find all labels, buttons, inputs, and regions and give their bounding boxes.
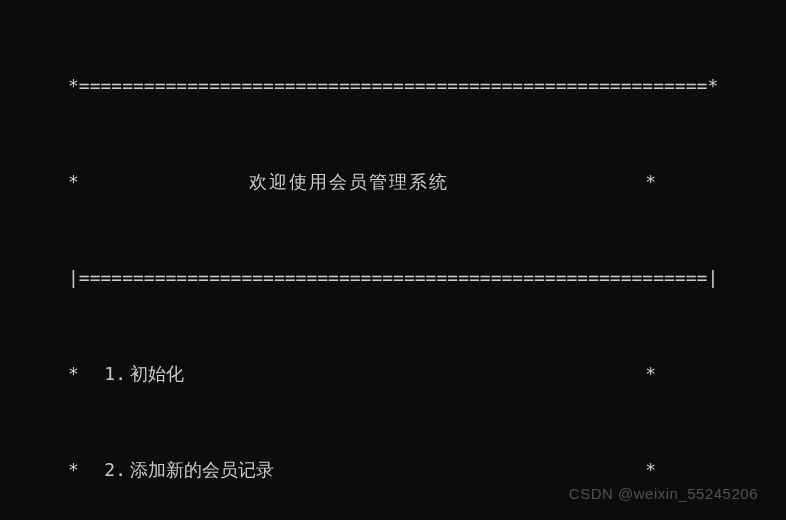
border-mid-1: |=======================================… — [0, 266, 786, 290]
border-star-left: * — [0, 458, 82, 482]
border-star-left: * — [0, 362, 82, 386]
title-row: * 欢迎使用会员管理系统 * — [0, 170, 786, 194]
menu-number: 1. — [82, 362, 130, 386]
menu-label: 初始化 — [130, 362, 184, 386]
border-star-right: * — [645, 170, 786, 194]
border-star-right: * — [645, 362, 786, 386]
menu-item-1: * 1. 初始化 * — [0, 362, 786, 386]
border-star-right: * — [645, 458, 786, 482]
app-title: 欢迎使用会员管理系统 — [82, 170, 645, 194]
menu-label: 添加新的会员记录 — [130, 458, 274, 482]
border-top: *=======================================… — [0, 74, 786, 98]
menu-number: 2. — [82, 458, 130, 482]
border-star-left: * — [0, 170, 82, 194]
menu-item-2: * 2. 添加新的会员记录 * — [0, 458, 786, 482]
terminal-output: *=======================================… — [0, 2, 786, 520]
watermark: CSDN @weixin_55245206 — [569, 485, 758, 502]
